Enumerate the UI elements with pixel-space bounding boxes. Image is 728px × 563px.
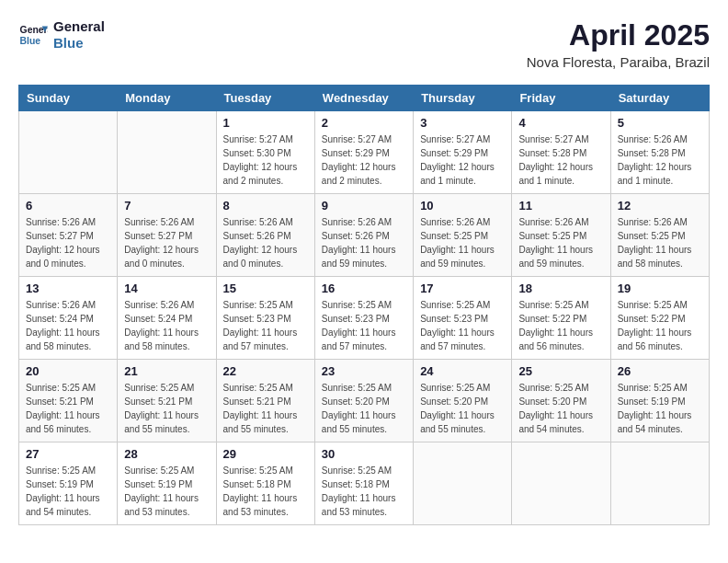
day-number: 18 (518, 282, 603, 295)
calendar-week-row: 27Sunrise: 5:25 AM Sunset: 5:19 PM Dayli… (19, 442, 710, 525)
day-number: 10 (420, 199, 505, 213)
day-number: 4 (518, 116, 603, 130)
logo: General Blue General Blue (18, 18, 105, 52)
day-number: 19 (618, 282, 702, 295)
title-block: April 2025 Nova Floresta, Paraiba, Brazi… (527, 18, 710, 70)
day-number: 12 (618, 199, 702, 213)
calendar-cell (19, 111, 118, 194)
day-info: Sunrise: 5:25 AM Sunset: 5:23 PM Dayligh… (223, 298, 308, 353)
day-info: Sunrise: 5:26 AM Sunset: 5:26 PM Dayligh… (322, 215, 406, 270)
day-number: 29 (223, 447, 308, 461)
calendar-cell: 26Sunrise: 5:25 AM Sunset: 5:19 PM Dayli… (610, 360, 709, 442)
day-info: Sunrise: 5:25 AM Sunset: 5:21 PM Dayligh… (124, 381, 209, 436)
calendar-cell: 23Sunrise: 5:25 AM Sunset: 5:20 PM Dayli… (314, 360, 413, 442)
calendar-cell: 4Sunrise: 5:27 AM Sunset: 5:28 PM Daylig… (512, 111, 610, 194)
day-info: Sunrise: 5:26 AM Sunset: 5:25 PM Dayligh… (518, 215, 603, 270)
calendar-cell: 9Sunrise: 5:26 AM Sunset: 5:26 PM Daylig… (314, 194, 413, 277)
weekday-header-monday: Monday (118, 86, 216, 111)
day-number: 2 (322, 116, 406, 130)
calendar-cell: 19Sunrise: 5:25 AM Sunset: 5:22 PM Dayli… (610, 277, 709, 360)
day-info: Sunrise: 5:26 AM Sunset: 5:28 PM Dayligh… (618, 132, 702, 188)
day-info: Sunrise: 5:25 AM Sunset: 5:18 PM Dayligh… (322, 464, 406, 519)
day-info: Sunrise: 5:25 AM Sunset: 5:19 PM Dayligh… (618, 381, 702, 436)
logo-icon: General Blue (18, 20, 48, 50)
day-number: 25 (518, 364, 603, 378)
day-info: Sunrise: 5:27 AM Sunset: 5:29 PM Dayligh… (322, 132, 406, 188)
day-number: 21 (124, 364, 209, 378)
day-info: Sunrise: 5:27 AM Sunset: 5:29 PM Dayligh… (420, 132, 505, 188)
calendar-cell: 30Sunrise: 5:25 AM Sunset: 5:18 PM Dayli… (314, 442, 413, 525)
day-info: Sunrise: 5:25 AM Sunset: 5:19 PM Dayligh… (26, 464, 110, 519)
calendar-cell: 24Sunrise: 5:25 AM Sunset: 5:20 PM Dayli… (414, 360, 512, 442)
calendar-cell: 1Sunrise: 5:27 AM Sunset: 5:30 PM Daylig… (216, 111, 314, 194)
day-number: 1 (223, 116, 308, 130)
weekday-header-friday: Friday (512, 86, 610, 111)
calendar-cell: 21Sunrise: 5:25 AM Sunset: 5:21 PM Dayli… (118, 360, 216, 442)
day-number: 16 (322, 282, 406, 295)
day-number: 3 (420, 116, 505, 130)
day-info: Sunrise: 5:25 AM Sunset: 5:19 PM Dayligh… (124, 464, 209, 519)
day-info: Sunrise: 5:26 AM Sunset: 5:26 PM Dayligh… (223, 215, 308, 270)
calendar-cell: 7Sunrise: 5:26 AM Sunset: 5:27 PM Daylig… (118, 194, 216, 277)
day-number: 7 (124, 199, 209, 213)
day-info: Sunrise: 5:26 AM Sunset: 5:27 PM Dayligh… (26, 215, 110, 270)
day-info: Sunrise: 5:25 AM Sunset: 5:18 PM Dayligh… (223, 464, 308, 519)
calendar-table: SundayMondayTuesdayWednesdayThursdayFrid… (18, 85, 710, 525)
day-number: 28 (124, 447, 209, 461)
calendar-week-row: 13Sunrise: 5:26 AM Sunset: 5:24 PM Dayli… (19, 277, 710, 360)
calendar-cell: 12Sunrise: 5:26 AM Sunset: 5:25 PM Dayli… (610, 194, 709, 277)
day-info: Sunrise: 5:26 AM Sunset: 5:25 PM Dayligh… (618, 215, 702, 270)
day-number: 30 (322, 447, 406, 461)
calendar-week-row: 1Sunrise: 5:27 AM Sunset: 5:30 PM Daylig… (19, 111, 710, 194)
calendar-cell: 11Sunrise: 5:26 AM Sunset: 5:25 PM Dayli… (512, 194, 610, 277)
calendar-cell: 22Sunrise: 5:25 AM Sunset: 5:21 PM Dayli… (216, 360, 314, 442)
day-number: 14 (124, 282, 209, 295)
calendar-cell (118, 111, 216, 194)
day-info: Sunrise: 5:25 AM Sunset: 5:20 PM Dayligh… (420, 381, 505, 436)
calendar-cell: 20Sunrise: 5:25 AM Sunset: 5:21 PM Dayli… (19, 360, 118, 442)
day-info: Sunrise: 5:25 AM Sunset: 5:20 PM Dayligh… (322, 381, 406, 436)
calendar-cell: 13Sunrise: 5:26 AM Sunset: 5:24 PM Dayli… (19, 277, 118, 360)
location-title: Nova Floresta, Paraiba, Brazil (527, 54, 710, 70)
calendar-cell: 2Sunrise: 5:27 AM Sunset: 5:29 PM Daylig… (314, 111, 413, 194)
day-number: 23 (322, 364, 406, 378)
calendar-cell: 5Sunrise: 5:26 AM Sunset: 5:28 PM Daylig… (610, 111, 709, 194)
weekday-header-row: SundayMondayTuesdayWednesdayThursdayFrid… (19, 86, 710, 111)
day-info: Sunrise: 5:27 AM Sunset: 5:30 PM Dayligh… (223, 132, 308, 188)
month-title: April 2025 (527, 18, 710, 52)
calendar-cell: 16Sunrise: 5:25 AM Sunset: 5:23 PM Dayli… (314, 277, 413, 360)
day-number: 22 (223, 364, 308, 378)
calendar-cell: 18Sunrise: 5:25 AM Sunset: 5:22 PM Dayli… (512, 277, 610, 360)
day-info: Sunrise: 5:26 AM Sunset: 5:24 PM Dayligh… (26, 298, 110, 353)
weekday-header-tuesday: Tuesday (216, 86, 314, 111)
day-info: Sunrise: 5:25 AM Sunset: 5:21 PM Dayligh… (223, 381, 308, 436)
day-info: Sunrise: 5:26 AM Sunset: 5:27 PM Dayligh… (124, 215, 209, 270)
calendar-week-row: 6Sunrise: 5:26 AM Sunset: 5:27 PM Daylig… (19, 194, 710, 277)
day-number: 27 (26, 447, 110, 461)
calendar-cell: 14Sunrise: 5:26 AM Sunset: 5:24 PM Dayli… (118, 277, 216, 360)
calendar-cell (414, 442, 512, 525)
calendar-cell: 15Sunrise: 5:25 AM Sunset: 5:23 PM Dayli… (216, 277, 314, 360)
day-number: 8 (223, 199, 308, 213)
day-number: 26 (618, 364, 702, 378)
day-info: Sunrise: 5:25 AM Sunset: 5:21 PM Dayligh… (26, 381, 110, 436)
svg-text:Blue: Blue (20, 36, 41, 46)
day-number: 13 (26, 282, 110, 295)
day-number: 6 (26, 199, 110, 213)
day-info: Sunrise: 5:25 AM Sunset: 5:23 PM Dayligh… (420, 298, 505, 353)
weekday-header-wednesday: Wednesday (314, 86, 413, 111)
day-info: Sunrise: 5:27 AM Sunset: 5:28 PM Dayligh… (518, 132, 603, 188)
weekday-header-sunday: Sunday (19, 86, 118, 111)
calendar-cell: 10Sunrise: 5:26 AM Sunset: 5:25 PM Dayli… (414, 194, 512, 277)
day-info: Sunrise: 5:25 AM Sunset: 5:22 PM Dayligh… (518, 298, 603, 353)
day-info: Sunrise: 5:25 AM Sunset: 5:22 PM Dayligh… (618, 298, 702, 353)
calendar-cell: 29Sunrise: 5:25 AM Sunset: 5:18 PM Dayli… (216, 442, 314, 525)
calendar-cell: 28Sunrise: 5:25 AM Sunset: 5:19 PM Dayli… (118, 442, 216, 525)
calendar-cell (512, 442, 610, 525)
day-number: 15 (223, 282, 308, 295)
day-number: 17 (420, 282, 505, 295)
logo-line2: Blue (53, 35, 105, 52)
day-info: Sunrise: 5:25 AM Sunset: 5:20 PM Dayligh… (518, 381, 603, 436)
calendar-week-row: 20Sunrise: 5:25 AM Sunset: 5:21 PM Dayli… (19, 360, 710, 442)
logo-line1: General (53, 18, 105, 35)
